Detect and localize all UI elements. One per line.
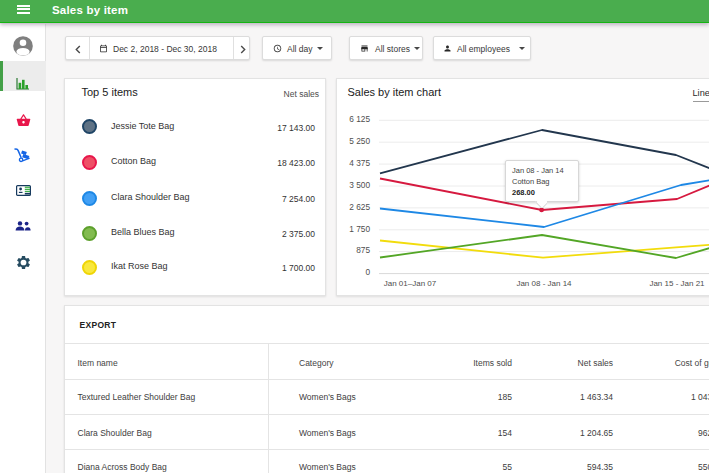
svg-text:0: 0: [365, 267, 370, 277]
svg-text:2 625: 2 625: [349, 202, 370, 212]
svg-text:Jan 01–Jan 07: Jan 01–Jan 07: [384, 279, 437, 288]
svg-text:Jan 08 - Jan 14: Jan 08 - Jan 14: [516, 279, 572, 288]
svg-text:3 500: 3 500: [349, 180, 370, 190]
svg-text:6 125: 6 125: [349, 114, 370, 124]
svg-text:4 375: 4 375: [349, 158, 370, 168]
svg-text:5 250: 5 250: [349, 136, 370, 146]
svg-text:Jan 15 - Jan 21: Jan 15 - Jan 21: [649, 279, 705, 288]
svg-text:1 750: 1 750: [349, 224, 370, 234]
svg-text:875: 875: [356, 245, 370, 255]
